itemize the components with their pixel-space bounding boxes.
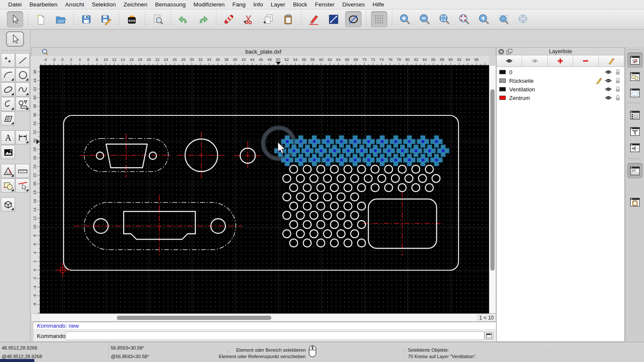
menu-bemassung[interactable]: Bemassung — [151, 1, 189, 8]
document-titlebar[interactable]: back_plate.dxf — [31, 47, 496, 56]
tool-hatch-button[interactable] — [1, 112, 15, 126]
selection-tool-button[interactable] — [7, 11, 23, 27]
library-browser-toggle-button[interactable] — [627, 140, 643, 155]
layer-panel-titlebar[interactable]: Layerliste — [497, 48, 624, 55]
ellipse-tool-button[interactable] — [345, 11, 361, 27]
add-layer-button[interactable] — [548, 55, 573, 66]
tool-points-button[interactable] — [1, 53, 15, 67]
previous-view-button[interactable] — [476, 11, 492, 27]
layer-color-swatch[interactable] — [499, 70, 506, 74]
tool-trim-button[interactable] — [15, 178, 30, 193]
paste-button[interactable] — [280, 11, 296, 27]
pan-button[interactable] — [515, 11, 532, 27]
menu-bearbeiten[interactable]: Bearbeiten — [26, 1, 61, 8]
redo-button[interactable] — [195, 11, 211, 27]
copy-button[interactable] — [260, 11, 276, 27]
menu-datei[interactable]: Datei — [4, 1, 26, 8]
layer-visibility-eye-icon[interactable] — [605, 77, 612, 84]
drawing-canvas[interactable] — [40, 65, 489, 314]
property-editor-toggle-button[interactable] — [627, 107, 643, 123]
horizontal-scrollbar[interactable] — [40, 314, 478, 321]
menu-fang[interactable]: Fang — [228, 1, 249, 8]
print-preview-button[interactable] — [149, 11, 166, 27]
menu-fenster[interactable]: Fenster — [311, 1, 338, 8]
layer-lock-icon[interactable] — [614, 69, 622, 75]
svg-text:80: 80 — [405, 57, 410, 62]
save-as-button[interactable] — [98, 11, 114, 27]
menu-diverses[interactable]: Diverses — [338, 1, 369, 8]
hide-all-layers-button[interactable] — [522, 55, 547, 66]
tool-dim-button[interactable] — [15, 130, 30, 145]
tool-ellipse2-button[interactable] — [1, 82, 15, 97]
vertical-scrollbar-thumb[interactable] — [490, 89, 495, 271]
tool-circle-button[interactable] — [15, 68, 30, 82]
tool-image-button[interactable] — [1, 145, 15, 159]
command-window-button[interactable] — [485, 332, 493, 340]
layer-row-ventilation[interactable]: Ventilation — [497, 85, 624, 94]
layer-color-swatch[interactable] — [499, 87, 506, 91]
show-all-layers-button[interactable] — [497, 55, 522, 66]
delete-button[interactable] — [221, 11, 237, 27]
tool-spline-button[interactable] — [15, 82, 30, 97]
command-line-toggle-button[interactable] — [627, 163, 643, 178]
tool-line-button[interactable] — [15, 53, 30, 67]
layer-list-toggle-button[interactable] — [627, 52, 643, 68]
menu-ansicht[interactable]: Ansicht — [61, 1, 88, 8]
remove-layer-button[interactable] — [573, 55, 598, 66]
grid-toggle-button[interactable] — [371, 11, 387, 27]
clipboard-toggle-button[interactable] — [627, 194, 643, 210]
save-button[interactable] — [78, 11, 94, 27]
layer-visibility-eye-icon[interactable] — [605, 94, 612, 101]
undo-button[interactable] — [175, 11, 191, 27]
horizontal-scrollbar-thumb[interactable] — [117, 316, 271, 320]
view-list-toggle-button[interactable] — [627, 85, 643, 100]
vent-hole — [303, 165, 311, 173]
cut-button[interactable] — [240, 11, 257, 27]
previous-view-icon — [478, 14, 489, 25]
layer-visibility-eye-icon[interactable] — [605, 86, 612, 93]
auto-zoom-button[interactable] — [436, 11, 453, 27]
layer-visibility-eye-icon[interactable] — [605, 69, 612, 75]
menu-layer[interactable]: Layer — [267, 1, 289, 8]
menu-block[interactable]: Block — [289, 1, 311, 8]
line-tool-button[interactable] — [325, 11, 342, 27]
vertical-scrollbar[interactable] — [489, 65, 496, 314]
zoom-selection-button[interactable] — [456, 11, 472, 27]
svg-text:62: 62 — [328, 57, 332, 62]
selection-arrow-tool[interactable] — [6, 31, 24, 47]
edit-layer-button[interactable] — [599, 55, 624, 66]
layer-row-zentrum[interactable]: Zentrum — [497, 94, 624, 102]
zoom-in-button[interactable] — [397, 11, 413, 27]
selection-filter-toggle-button[interactable] — [627, 124, 643, 139]
modify-button[interactable] — [306, 11, 322, 27]
command-input[interactable] — [65, 332, 484, 340]
layer-color-swatch[interactable] — [499, 96, 506, 100]
zoom-window-button[interactable] — [495, 11, 512, 27]
tool-polyline-button[interactable] — [1, 97, 15, 111]
svg-export-button[interactable]: SVG — [124, 11, 140, 27]
menu-zeichnen[interactable]: Zeichnen — [120, 1, 152, 8]
layer-lock-icon[interactable] — [614, 77, 622, 84]
tool-arc-button[interactable] — [1, 68, 15, 82]
menu-info[interactable]: Info — [249, 1, 267, 8]
block-list-toggle-button[interactable] — [627, 69, 643, 84]
layer-row-rückseite[interactable]: Rückseite — [497, 76, 624, 85]
layer-name: Rückseite — [509, 78, 593, 84]
tool-block-button[interactable] — [1, 178, 15, 193]
tool-shapes-button[interactable] — [15, 97, 30, 111]
vent-hole — [378, 175, 386, 183]
menu-selektion[interactable]: Selektion — [88, 1, 120, 8]
new-file-button[interactable] — [33, 11, 49, 27]
tool-cube-button[interactable] — [1, 197, 15, 211]
layer-lock-icon[interactable] — [614, 86, 622, 93]
zoom-out-button[interactable] — [416, 11, 433, 27]
tool-ruler-button[interactable] — [15, 164, 30, 178]
menu-hilfe[interactable]: Hilfe — [369, 1, 388, 8]
layer-color-swatch[interactable] — [499, 78, 506, 83]
menu-modifizieren[interactable]: Modifizieren — [190, 1, 229, 8]
tool-text-button[interactable]: A — [1, 130, 15, 145]
layer-row-0[interactable]: 0 — [497, 68, 624, 76]
layer-lock-icon[interactable] — [614, 94, 622, 101]
tool-measure-button[interactable] — [1, 164, 15, 178]
open-file-button[interactable] — [52, 11, 69, 27]
